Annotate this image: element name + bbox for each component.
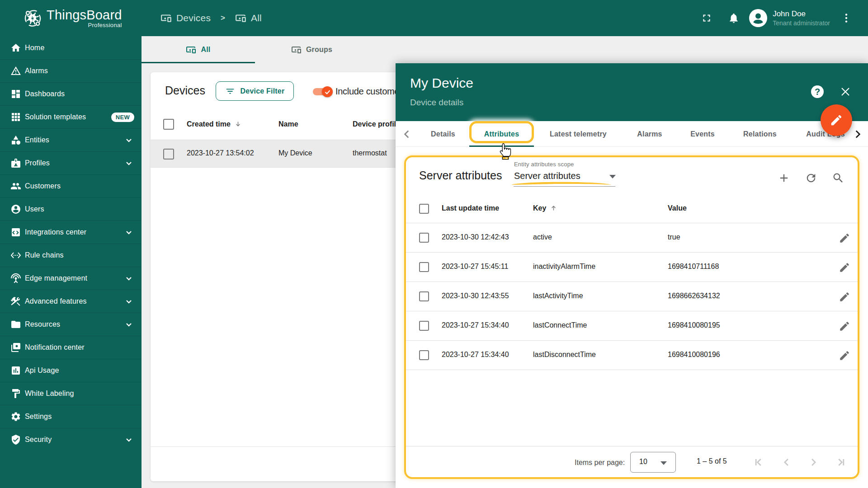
tabs-scroll-left-button[interactable] (401, 128, 413, 140)
row-checkbox[interactable] (419, 291, 429, 301)
attribute-row[interactable]: 2023-10-27 15:34:40 lastConnectTime 1698… (406, 311, 858, 341)
attribute-row[interactable]: 2023-10-27 15:45:11 inactivityAlarmTime … (406, 253, 858, 282)
sidebar-item-api-usage[interactable]: Api Usage (0, 359, 142, 382)
attribute-time: 2023-10-27 15:34:40 (442, 321, 509, 329)
edit-attribute-button[interactable] (839, 291, 850, 303)
items-per-page-select[interactable]: 10 (630, 452, 676, 473)
tab-groups[interactable]: Groups (255, 36, 368, 63)
edit-attribute-button[interactable] (839, 262, 850, 273)
attribute-row[interactable]: 2023-10-30 12:43:55 lastActivityTime 169… (406, 282, 858, 311)
include-customers-toggle[interactable] (313, 86, 334, 97)
sidebar-item-dashboards[interactable]: Dashboards (0, 82, 142, 105)
user-name: John Doe (773, 9, 830, 19)
add-attribute-button[interactable] (778, 172, 790, 184)
edge-icon (10, 273, 21, 284)
sidebar-item-integrations-center[interactable]: Integrations center (0, 221, 142, 244)
edit-attribute-button[interactable] (839, 320, 850, 332)
select-all-checkbox[interactable] (419, 204, 429, 214)
fullscreen-icon (701, 12, 712, 24)
sidebar-item-users[interactable]: Users (0, 197, 142, 221)
next-page-button[interactable] (807, 456, 820, 469)
last-page-button[interactable] (835, 456, 847, 469)
tab-details[interactable]: Details (419, 121, 467, 147)
attribute-key: active (533, 233, 552, 241)
attribute-row[interactable]: 2023-10-30 12:42:43 active true (406, 223, 858, 253)
sidebar-item-resources[interactable]: Resources (0, 313, 142, 336)
column-device-profile[interactable]: Device profile (353, 120, 400, 128)
sidebar-item-white-labeling[interactable]: White Labeling (0, 382, 142, 405)
refresh-button[interactable] (805, 172, 817, 184)
edit-attribute-button[interactable] (839, 232, 850, 244)
sidebar-item-home[interactable]: Home (0, 36, 142, 59)
notification-icon (10, 342, 21, 353)
edit-fab-button[interactable] (821, 104, 852, 136)
search-button[interactable] (832, 172, 844, 184)
new-badge: NEW (111, 113, 134, 122)
sidebar-item-advanced-features[interactable]: Advanced features (0, 290, 142, 313)
sidebar-item-customers[interactable]: Customers (0, 174, 142, 197)
tab-events[interactable]: Events (680, 121, 725, 147)
sidebar-item-solution-templates[interactable]: Solution templates NEW (0, 105, 142, 128)
attribute-time: 2023-10-27 15:34:40 (442, 351, 509, 359)
sidebar-item-alarms[interactable]: Alarms (0, 59, 142, 82)
attribute-row[interactable]: 2023-10-27 15:34:40 lastDisconnectTime 1… (406, 341, 858, 370)
column-key[interactable]: Key (533, 204, 546, 212)
devices-title: Devices (165, 84, 205, 97)
device-filter-button[interactable]: Device Filter (216, 81, 294, 101)
sidebar-item-rule-chains[interactable]: Rule chains (0, 244, 142, 267)
attribute-time: 2023-10-30 12:43:55 (442, 292, 509, 300)
tab-alarms[interactable]: Alarms (626, 121, 673, 147)
active-tab-indicator (142, 62, 255, 63)
tabs-scroll-right-button[interactable] (852, 128, 863, 140)
filter-icon (225, 86, 235, 96)
tab-all[interactable]: All (142, 36, 255, 63)
help-button[interactable]: ? (811, 85, 824, 98)
select-all-checkbox[interactable] (163, 119, 174, 130)
first-page-button[interactable] (752, 456, 765, 469)
edit-pencil-icon (839, 350, 850, 361)
panel-title: Server attributes (419, 169, 502, 182)
refresh-icon (805, 172, 817, 184)
active-tab-indicator (469, 145, 534, 147)
sidebar-item-edge-management[interactable]: Edge management (0, 267, 142, 290)
plus-icon (778, 172, 790, 184)
row-checkbox[interactable] (419, 350, 429, 360)
column-value[interactable]: Value (668, 204, 687, 212)
tab-relations[interactable]: Relations (733, 121, 787, 147)
attributes-scope-select[interactable]: Entity attributes scope Server attribute… (514, 161, 615, 189)
row-checkbox[interactable] (419, 233, 429, 243)
logo[interactable]: ThingsBoard Professional (0, 0, 142, 36)
breadcrumb-devices[interactable]: Devices (176, 13, 211, 23)
column-last-update-time[interactable]: Last update time (442, 204, 499, 212)
user-info[interactable]: John Doe Tenant administrator (773, 9, 830, 27)
chevron-down-icon (123, 434, 134, 445)
close-button[interactable] (839, 85, 852, 98)
items-per-page-label: Items per page: (575, 459, 625, 467)
sidebar-item-security[interactable]: Security (0, 428, 142, 451)
column-name[interactable]: Name (278, 120, 298, 128)
edit-pencil-icon (839, 320, 850, 332)
sidebar-item-notification-center[interactable]: Notification center (0, 336, 142, 359)
row-checkbox[interactable] (163, 149, 174, 160)
sidebar-item-settings[interactable]: Settings (0, 405, 142, 428)
edit-attribute-button[interactable] (839, 350, 850, 361)
tab-attributes[interactable]: Attributes (469, 121, 534, 147)
fullscreen-button[interactable] (698, 9, 716, 27)
edit-pencil-icon (839, 232, 850, 244)
row-checkbox[interactable] (419, 262, 429, 272)
previous-page-button[interactable] (780, 456, 793, 469)
scope-highlight-underline (510, 181, 613, 188)
notifications-button[interactable] (725, 9, 743, 27)
sidebar-item-entities[interactable]: Entities (0, 128, 142, 151)
drawer-title: My Device (410, 75, 473, 91)
more-menu-button[interactable] (837, 9, 855, 27)
breadcrumb-all[interactable]: All (251, 13, 262, 23)
app-edition: Professional (47, 22, 122, 28)
thingsboard-app: ThingsBoard Professional Home Alarms Das… (0, 0, 868, 488)
row-checkbox[interactable] (419, 321, 429, 331)
sidebar-item-profiles[interactable]: Profiles (0, 151, 142, 174)
home-icon (10, 42, 21, 53)
tab-latest-telemetry[interactable]: Latest telemetry (541, 121, 615, 147)
column-created-time[interactable]: Created time (187, 120, 231, 128)
avatar[interactable] (749, 9, 767, 27)
